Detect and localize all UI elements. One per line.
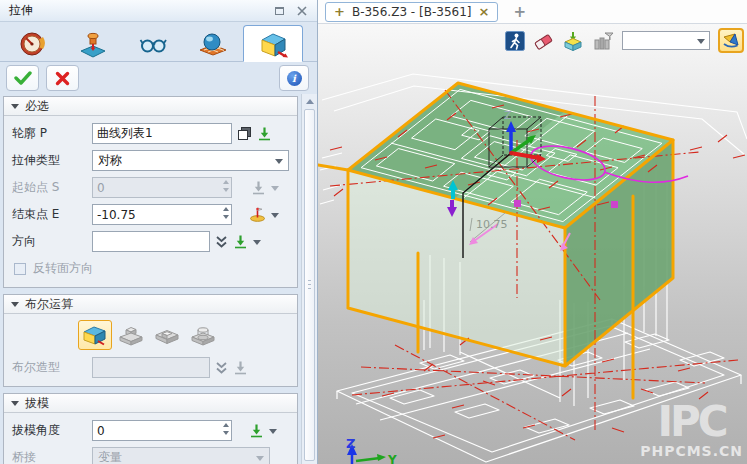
watermark-text: PHPCMS.CN: [640, 444, 743, 458]
viewport-toolbar: [505, 28, 744, 53]
pick-arrow-icon[interactable]: [233, 234, 248, 249]
chevron-down-icon[interactable]: [271, 213, 279, 222]
watermark: IPC PHPCMS.CN: [640, 401, 743, 458]
pick-arrow-icon-disabled: [251, 180, 266, 195]
direction-input[interactable]: [92, 231, 210, 252]
extrude-type-value: 对称: [98, 152, 122, 169]
dimension-label: 10.75: [476, 218, 508, 231]
boolean-base-icon: [82, 324, 108, 346]
scrollbar-grip: [308, 280, 311, 289]
start-point-row: 起始点 S: [12, 174, 291, 201]
boolean-button-row: [12, 318, 291, 354]
direction-label: 方向: [12, 233, 92, 250]
document-area: + B-356.Z3 - [B-3561] × +: [318, 0, 747, 464]
tool-tab-strip: [0, 22, 317, 62]
copy-icon[interactable]: [237, 126, 252, 141]
direction-row: 方向: [12, 228, 291, 255]
gauge-icon: [19, 31, 47, 58]
restore-icon[interactable]: [269, 3, 289, 18]
bridge-label: 桥接: [12, 449, 92, 464]
chevron-down-icon: [271, 186, 279, 195]
reverse-face-checkbox: [14, 263, 26, 275]
tab-plus-icon[interactable]: +: [334, 4, 345, 19]
axis-z-label: Z: [346, 436, 355, 451]
document-tab-active[interactable]: + B-356.Z3 - [B-3561] ×: [325, 2, 498, 22]
align-view-button[interactable]: [718, 28, 744, 53]
align-view-icon: [722, 32, 740, 49]
tool-tab-stamp[interactable]: [63, 27, 123, 61]
draft-angle-row: 拔模角度: [12, 417, 291, 444]
end-point-label: 结束点 E: [12, 206, 92, 223]
end-point-input[interactable]: [92, 204, 232, 225]
section-boolean-header[interactable]: 布尔运算: [4, 295, 297, 314]
reverse-face-label: 反转面方向: [33, 260, 93, 277]
curve-handle[interactable]: [611, 201, 618, 208]
bridge-row: 桥接 变量: [12, 444, 291, 464]
section-boolean: 布尔运算: [3, 294, 298, 387]
draft-angle-label: 拔模角度: [12, 422, 92, 439]
pick-arrow-icon-disabled: [233, 360, 248, 375]
app-window: 拉伸: [0, 0, 747, 464]
info-icon: [287, 71, 302, 86]
double-chevron-icon: [215, 361, 228, 375]
extrude-box-icon: [258, 30, 288, 58]
info-button[interactable]: [279, 65, 309, 91]
boolean-remove-icon: [154, 324, 180, 346]
section-required-header[interactable]: 必选: [4, 97, 297, 116]
pick-arrow-icon[interactable]: [249, 423, 264, 438]
spinner[interactable]: [223, 207, 229, 219]
boolean-add-button[interactable]: [114, 320, 148, 350]
tab-title: B-356.Z3 - [B-3561]: [352, 5, 472, 19]
curve-handle[interactable]: [514, 200, 521, 207]
chevron-down-icon[interactable]: [253, 240, 261, 249]
walk-through-icon[interactable]: [505, 31, 525, 51]
boolean-intersect-button[interactable]: [186, 320, 220, 350]
section-draft: 拔模 拔模角度: [3, 393, 298, 464]
new-tab-button[interactable]: +: [513, 3, 526, 21]
filter-icon[interactable]: [592, 31, 614, 51]
boolean-shape-row: 布尔造型: [12, 354, 291, 381]
dialog-titlebar[interactable]: 拉伸: [0, 0, 317, 22]
chevron-down-icon: [697, 39, 705, 48]
tool-tab-sphere[interactable]: [183, 27, 243, 61]
bridge-combobox: 变量: [92, 447, 270, 464]
start-point-label: 起始点 S: [12, 179, 92, 196]
3d-viewport[interactable]: Z: [318, 24, 747, 464]
scrollbar-thumb[interactable]: [304, 109, 315, 461]
tool-tab-gauge[interactable]: [3, 27, 63, 61]
axis-indicator: Z Y: [346, 436, 397, 464]
boolean-base-button[interactable]: [78, 320, 112, 350]
viewport-combobox[interactable]: [622, 31, 710, 50]
scrollbar-up-icon[interactable]: [302, 94, 317, 108]
tool-tab-extrude[interactable]: [243, 25, 303, 62]
spinner[interactable]: [223, 423, 229, 435]
cancel-button[interactable]: [46, 65, 79, 91]
tab-close-icon[interactable]: ×: [478, 4, 489, 19]
collapse-icon: [11, 302, 19, 311]
double-chevron-icon[interactable]: [215, 235, 228, 249]
watermark-logo: IPC: [640, 401, 743, 443]
ok-button[interactable]: [6, 65, 39, 91]
collapse-icon: [11, 104, 19, 113]
chevron-down-icon[interactable]: [269, 429, 277, 438]
dialog-scrollbar[interactable]: [301, 94, 317, 464]
section-draft-header[interactable]: 拔模: [4, 394, 297, 413]
close-icon[interactable]: [292, 3, 312, 18]
reverse-face-row: 反转面方向: [12, 255, 291, 282]
pick-arrow-icon[interactable]: [257, 126, 272, 141]
draft-angle-input[interactable]: [92, 420, 232, 441]
eraser-icon[interactable]: [533, 31, 554, 51]
profile-input[interactable]: [92, 123, 232, 144]
stamp-icon: [79, 31, 107, 58]
extrude-type-combobox[interactable]: 对称: [92, 150, 289, 171]
tool-tab-glasses[interactable]: [123, 27, 183, 61]
insert-box-icon[interactable]: [562, 31, 584, 51]
sphere-icon: [199, 31, 227, 58]
boolean-remove-button[interactable]: [150, 320, 184, 350]
profile-row: 轮廓 P: [12, 120, 291, 147]
glasses-icon: [139, 31, 167, 58]
offset-plane-icon[interactable]: [249, 207, 266, 222]
boolean-shape-input: [92, 357, 210, 378]
chevron-down-icon: [275, 159, 283, 168]
boolean-intersect-icon: [190, 324, 216, 346]
